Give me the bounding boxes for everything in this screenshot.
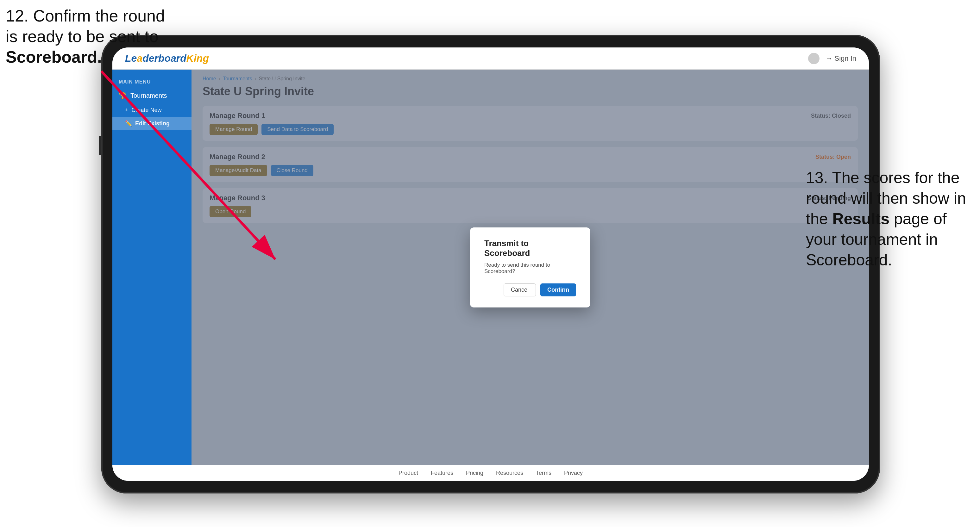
modal-subtitle: Ready to send this round to Scoreboard? [484, 262, 576, 275]
annotation-line3: Scoreboard. [6, 48, 102, 66]
modal-buttons: Cancel Confirm [484, 283, 576, 297]
app-footer: Product Features Pricing Resources Terms… [112, 465, 869, 481]
annotation-right-text: 13. The scores for the round will then s… [806, 169, 966, 269]
modal-cancel-button[interactable]: Cancel [504, 283, 536, 297]
tournaments-label: Tournaments [130, 92, 167, 99]
sign-in-button[interactable]: → Sign In [826, 54, 857, 63]
modal-overlay: Transmit to Scoreboard Ready to send thi… [191, 70, 869, 465]
top-navbar: LeaderboardKing → Sign In [112, 48, 869, 70]
plus-icon: + [125, 107, 129, 114]
sign-in-label: Sign In [835, 54, 857, 63]
footer-features[interactable]: Features [431, 470, 453, 476]
footer-privacy[interactable]: Privacy [564, 470, 583, 476]
app-layout: LeaderboardKing → Sign In MAIN MENU [112, 48, 869, 481]
sidebar-item-edit-existing[interactable]: ✏️ Edit Existing [112, 117, 191, 130]
annotation-step-12: 12. Confirm the round is ready to be sen… [6, 6, 165, 67]
annotation-line1: 12. Confirm the round [6, 6, 165, 25]
sign-in-icon: → [826, 54, 833, 63]
main-content: MAIN MENU 🏆 Tournaments + Create New ✏️ … [112, 70, 869, 465]
footer-pricing[interactable]: Pricing [466, 470, 484, 476]
page-content: Home › Tournaments › State U Spring Invi… [191, 70, 869, 465]
tablet-device: LeaderboardKing → Sign In MAIN MENU [101, 35, 880, 494]
edit-existing-label: Edit Existing [135, 120, 170, 127]
tablet-screen: LeaderboardKing → Sign In MAIN MENU [112, 48, 869, 481]
footer-terms[interactable]: Terms [536, 470, 551, 476]
sidebar: MAIN MENU 🏆 Tournaments + Create New ✏️ … [112, 70, 191, 465]
annotation-step-13: 13. The scores for the round will then s… [806, 168, 970, 270]
modal-confirm-button[interactable]: Confirm [540, 283, 576, 297]
sidebar-item-create-new[interactable]: + Create New [112, 104, 191, 117]
create-new-label: Create New [132, 107, 162, 114]
nav-right: → Sign In [808, 53, 857, 64]
annotation-line2: is ready to be sent to [6, 27, 159, 46]
modal-title: Transmit to Scoreboard [484, 238, 576, 258]
transmit-modal: Transmit to Scoreboard Ready to send thi… [470, 227, 590, 308]
footer-resources[interactable]: Resources [496, 470, 523, 476]
sidebar-item-tournaments[interactable]: 🏆 Tournaments [112, 87, 191, 104]
edit-icon: ✏️ [125, 120, 132, 127]
footer-product[interactable]: Product [399, 470, 418, 476]
tablet-side-button [99, 136, 101, 155]
user-avatar [808, 53, 819, 64]
main-menu-label: MAIN MENU [112, 76, 191, 87]
trophy-icon: 🏆 [119, 92, 127, 99]
